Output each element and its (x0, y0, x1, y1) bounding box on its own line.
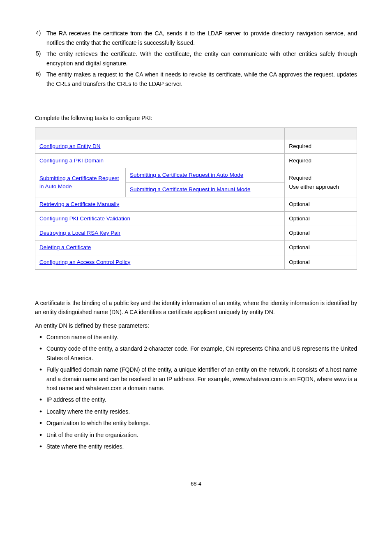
link-configuring-pki-domain[interactable]: Configuring a PKI Domain (39, 157, 104, 164)
table-row: Submitting a Certificate Request in Auto… (35, 168, 357, 183)
remarks-use-either: Use either approach (289, 184, 339, 190)
link-configuring-entity-dn[interactable]: Configuring an Entity DN (39, 143, 101, 149)
bullet-icon: ● (35, 365, 46, 393)
list-item: ● Organization to which the entity belon… (35, 419, 357, 428)
bullet-text: State where the entity resides. (46, 442, 357, 451)
bullet-text: Unit of the entity in the organization. (46, 430, 357, 439)
list-item: ● Country code of the entity, a standard… (35, 344, 357, 363)
numbered-list: 4) The RA receives the certificate from … (35, 29, 357, 89)
item-number: 5) (35, 49, 46, 68)
list-item: ● Unit of the entity in the organization… (35, 430, 357, 439)
table-row: Configuring a PKI Domain Required (35, 153, 357, 168)
remarks-cell: Required (285, 139, 357, 153)
item-text: The entity makes a request to the CA whe… (46, 70, 357, 89)
list-item: 5) The entity retrieves the certificate.… (35, 49, 357, 68)
bullet-icon: ● (35, 419, 46, 428)
table-row: Configuring an Access Control Policy Opt… (35, 255, 357, 269)
link-submitting-cert-request-manual-mode[interactable]: Submitting a Certificate Request in Manu… (130, 186, 250, 192)
bullet-icon: ● (35, 395, 46, 404)
remarks-cell: Optional (285, 197, 357, 211)
table-intro-text: Complete the following tasks to configur… (35, 114, 357, 123)
column-header-task (35, 127, 285, 139)
link-submitting-cert-request-auto-mode[interactable]: Submitting a Certificate Request in Auto… (130, 172, 243, 178)
page-number: 68-4 (35, 480, 357, 488)
item-number: 4) (35, 29, 46, 48)
paragraph-cert-binding: A certificate is the binding of a public… (35, 298, 357, 317)
item-text: The RA receives the certificate from the… (46, 29, 357, 48)
remarks-required: Required (289, 175, 311, 181)
remarks-cell: Optional (285, 255, 357, 269)
remarks-cell: Required Use either approach (285, 168, 357, 197)
bullet-text: Country code of the entity, a standard 2… (46, 344, 357, 363)
table-row: Configuring an Entity DN Required (35, 139, 357, 153)
bullet-icon: ● (35, 333, 46, 342)
link-configuring-access-control-policy[interactable]: Configuring an Access Control Policy (39, 259, 130, 265)
link-submitting-cert-request-auto[interactable]: Submitting a Certificate Request in Auto… (39, 175, 119, 190)
item-text: The entity retrieves the certificate. Wi… (46, 49, 357, 68)
table-row: Deleting a Certificate Optional (35, 240, 357, 255)
list-item: ● Fully qualified domain name (FQDN) of … (35, 365, 357, 393)
remarks-cell: Optional (285, 211, 357, 226)
table-row: Configuring PKI Certificate Validation O… (35, 211, 357, 226)
remarks-cell: Optional (285, 226, 357, 240)
list-item: 4) The RA receives the certificate from … (35, 29, 357, 48)
bullet-text: Locality where the entity resides. (46, 407, 357, 416)
bullet-text: IP address of the entity. (46, 395, 357, 404)
list-item: ● Common name of the entity. (35, 333, 357, 342)
bullet-icon: ● (35, 442, 46, 451)
bullet-text: Fully qualified domain name (FQDN) of th… (46, 365, 357, 393)
list-item: ● Locality where the entity resides. (35, 407, 357, 416)
link-destroying-local-rsa-key-pair[interactable]: Destroying a Local RSA Key Pair (39, 230, 120, 236)
bullet-icon: ● (35, 344, 46, 363)
bullet-icon: ● (35, 430, 46, 439)
bullet-text: Common name of the entity. (46, 333, 357, 342)
column-header-remarks (285, 127, 357, 139)
pki-tasks-table: Configuring an Entity DN Required Config… (35, 127, 357, 270)
item-number: 6) (35, 70, 46, 89)
link-retrieving-cert-manually[interactable]: Retrieving a Certificate Manually (39, 201, 119, 207)
paragraph-entity-dn-intro: An entity DN is defined by these paramet… (35, 321, 357, 330)
list-item: ● IP address of the entity. (35, 395, 357, 404)
list-item: ● State where the entity resides. (35, 442, 357, 451)
link-configuring-pki-cert-validation[interactable]: Configuring PKI Certificate Validation (39, 215, 130, 222)
link-deleting-certificate[interactable]: Deleting a Certificate (39, 244, 91, 250)
table-row: Retrieving a Certificate Manually Option… (35, 197, 357, 211)
table-row: Destroying a Local RSA Key Pair Optional (35, 226, 357, 240)
remarks-cell: Required (285, 153, 357, 168)
bullet-list: ● Common name of the entity. ● Country c… (35, 333, 357, 451)
list-item: 6) The entity makes a request to the CA … (35, 70, 357, 89)
remarks-cell: Optional (285, 240, 357, 255)
bullet-text: Organization to which the entity belongs… (46, 419, 357, 428)
bullet-icon: ● (35, 407, 46, 416)
